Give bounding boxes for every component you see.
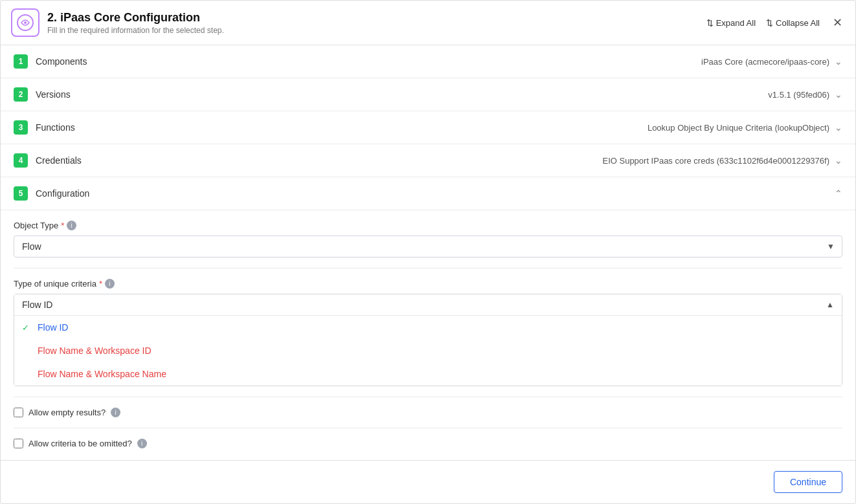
step-badge-3: 3	[14, 120, 28, 135]
collapse-label: Collapse All	[776, 18, 820, 28]
check-icon: ✓	[22, 323, 32, 333]
expand-label: Expand All	[716, 18, 756, 28]
step-label-4: Credentials	[36, 155, 602, 166]
chevron-down-icon-4: ⌄	[835, 155, 842, 166]
step-badge-2: 2	[14, 87, 28, 102]
object-type-select-wrapper: Flow ▼	[14, 236, 842, 257]
dropdown-option-flow-id[interactable]: ✓ Flow ID	[14, 316, 842, 339]
collapse-all-button[interactable]: ⇅ Collapse All	[766, 18, 820, 28]
app-icon	[11, 8, 39, 37]
modal-header: 2. iPaas Core Configuration Fill in the …	[1, 1, 855, 45]
step-badge-4: 4	[14, 153, 28, 168]
modal-footer: Continue	[1, 460, 855, 503]
dropdown-option-flow-name-workspace-id[interactable]: ✓ Flow Name & Workspace ID	[14, 339, 842, 362]
page-subtitle: Fill in the required information for the…	[47, 26, 699, 35]
allow-empty-info-icon[interactable]: i	[111, 408, 120, 417]
unique-criteria-field-group: Type of unique criteria* i Flow ID ▲ ✓ F…	[14, 268, 842, 397]
chevron-down-icon-3: ⌄	[835, 122, 842, 133]
unique-criteria-label: Type of unique criteria* i	[14, 279, 842, 289]
object-type-info-icon[interactable]: i	[67, 221, 76, 230]
continue-button[interactable]: Continue	[774, 471, 842, 493]
step-row-1[interactable]: 1 Components iPaas Core (acmecore/ipaas-…	[1, 45, 855, 78]
dropdown-option-flow-name-workspace-name[interactable]: ✓ Flow Name & Workspace Name	[14, 362, 842, 386]
option-label-flow-name-workspace-id: Flow Name & Workspace ID	[38, 345, 152, 356]
unique-criteria-dropdown[interactable]: Flow ID ▲ ✓ Flow ID ✓ Flow Name & Worksp…	[14, 294, 842, 386]
header-text: 2. iPaas Core Configuration Fill in the …	[47, 11, 699, 35]
chevron-down-icon-1: ⌄	[835, 56, 842, 67]
step-value-3: Lookup Object By Unique Criteria (lookup…	[648, 123, 829, 133]
allow-empty-results-row: Allow empty results? i	[14, 397, 842, 428]
step-row-4[interactable]: 4 Credentials EIO Support IPaas core cre…	[1, 144, 855, 177]
allow-criteria-omitted-label[interactable]: Allow criteria to be omitted?	[28, 439, 132, 448]
step-row-2[interactable]: 2 Versions v1.5.1 (95fed06) ⌄	[1, 78, 855, 111]
page-title: 2. iPaas Core Configuration	[47, 11, 699, 25]
allow-criteria-omitted-row: Allow criteria to be omitted? i	[14, 428, 842, 459]
dropdown-options-list: ✓ Flow ID ✓ Flow Name & Workspace ID ✓ F…	[14, 316, 842, 386]
chevron-up-icon-5: ⌃	[835, 188, 842, 199]
modal-body: 1 Components iPaas Core (acmecore/ipaas-…	[1, 45, 855, 460]
allow-empty-label[interactable]: Allow empty results?	[28, 408, 106, 417]
object-type-field-group: Object Type* i Flow ▼	[14, 210, 842, 268]
allow-criteria-omitted-checkbox[interactable]	[14, 439, 23, 448]
step-value-1: iPaas Core (acmecore/ipaas-core)	[701, 57, 829, 67]
dropdown-up-arrow-icon: ▲	[826, 300, 834, 309]
modal-container: 2. iPaas Core Configuration Fill in the …	[0, 0, 856, 504]
header-actions: ⇅ Expand All ⇅ Collapse All ✕	[706, 13, 845, 32]
collapse-icon: ⇅	[766, 18, 773, 28]
expand-all-button[interactable]: ⇅ Expand All	[706, 18, 756, 28]
dropdown-header[interactable]: Flow ID ▲	[14, 294, 842, 316]
step-label-2: Versions	[36, 89, 768, 100]
expand-icon: ⇅	[706, 18, 714, 28]
step-value-2: v1.5.1 (95fed06)	[768, 90, 829, 100]
option-label-flow-id: Flow ID	[38, 322, 68, 333]
step-row-3[interactable]: 3 Functions Lookup Object By Unique Crit…	[1, 111, 855, 144]
option-label-flow-name-workspace-name: Flow Name & Workspace Name	[38, 369, 166, 379]
step-row-5[interactable]: 5 Configuration ⌃	[1, 177, 855, 210]
step-value-4: EIO Support IPaas core creds (633c1102f6…	[602, 156, 829, 166]
unique-criteria-info-icon[interactable]: i	[105, 279, 115, 289]
object-type-select[interactable]: Flow	[14, 236, 842, 257]
step-label-1: Components	[36, 56, 701, 67]
config-section: Object Type* i Flow ▼ Type of unique cri…	[1, 210, 855, 459]
dropdown-selected-value: Flow ID	[22, 300, 52, 310]
chevron-down-icon-2: ⌄	[835, 89, 842, 100]
close-button[interactable]: ✕	[830, 13, 845, 32]
allow-criteria-info-icon[interactable]: i	[137, 439, 147, 448]
object-type-label: Object Type* i	[14, 221, 842, 230]
step-label-5: Configuration	[36, 188, 829, 199]
step-badge-5: 5	[14, 186, 28, 201]
allow-empty-checkbox[interactable]	[14, 408, 23, 417]
svg-point-1	[24, 21, 27, 24]
step-label-3: Functions	[36, 122, 648, 133]
step-badge-1: 1	[14, 54, 28, 69]
